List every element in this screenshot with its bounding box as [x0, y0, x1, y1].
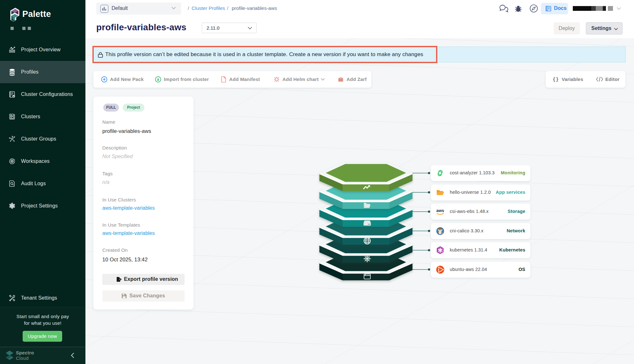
svg-text:aws: aws [436, 208, 444, 213]
